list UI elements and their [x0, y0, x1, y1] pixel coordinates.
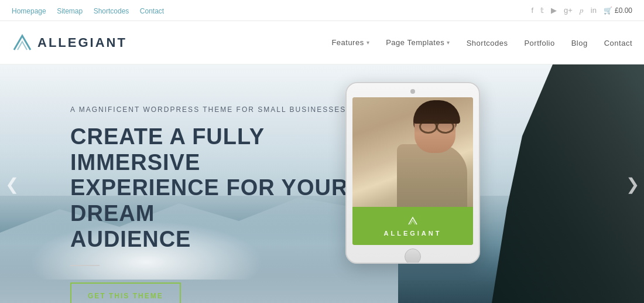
googleplus-icon[interactable]: g+	[564, 6, 573, 15]
tablet-home-button[interactable]	[405, 248, 421, 264]
top-bar: Homepage Sitemap Shortcodes Contact f 𝕥 …	[0, 0, 644, 21]
prev-slide-button[interactable]: ❮	[0, 64, 23, 303]
nav-contact[interactable]: Contact	[604, 39, 632, 47]
logo-text: ALLEGIANT	[37, 35, 127, 50]
next-slide-button[interactable]: ❯	[621, 64, 644, 303]
nav-portfolio[interactable]: Portfolio	[524, 39, 554, 47]
next-arrow-icon: ❯	[626, 174, 639, 193]
logo-icon	[12, 32, 33, 53]
cart-icon: 🛒	[604, 6, 612, 15]
nav-shortcodes[interactable]: Shortcodes	[467, 39, 508, 47]
pinterest-icon[interactable]: 𝑝	[580, 6, 584, 15]
cart-widget[interactable]: 🛒 £0.00	[604, 6, 632, 15]
tablet-glasses	[419, 120, 454, 132]
facebook-icon[interactable]: f	[531, 6, 533, 15]
top-bar-links: Homepage Sitemap Shortcodes Contact	[12, 5, 172, 16]
main-nav: ALLEGIANT Features Page Templates Shortc…	[0, 21, 644, 64]
hero-divider	[70, 265, 100, 266]
top-nav-shortcodes[interactable]: Shortcodes	[94, 7, 129, 15]
nav-features[interactable]: Features	[331, 38, 369, 47]
logo-link[interactable]: ALLEGIANT	[12, 32, 127, 53]
nav-blog[interactable]: Blog	[571, 39, 588, 47]
top-nav-sitemap[interactable]: Sitemap	[57, 7, 83, 15]
tablet-frame: ALLEGIANT	[345, 82, 480, 264]
hero-subtitle: A MAGNIFICENT WORDPRESS THEME FOR SMALL …	[70, 105, 351, 114]
linkedin-icon[interactable]: in	[591, 6, 597, 15]
hero-content: A MAGNIFICENT WORDPRESS THEME FOR SMALL …	[70, 105, 351, 303]
tablet-brand-icon	[407, 216, 418, 228]
nav-page-templates[interactable]: Page Templates	[386, 38, 450, 47]
twitter-icon[interactable]: 𝕥	[540, 6, 544, 15]
main-nav-links: Features Page Templates Shortcodes Portf…	[331, 38, 632, 48]
hero-section: ❮ A MAGNIFICENT WORDPRESS THEME FOR SMAL…	[0, 64, 644, 303]
tablet-camera	[410, 89, 415, 94]
tablet-brand-name: ALLEGIANT	[384, 230, 442, 237]
cart-amount: £0.00	[615, 6, 632, 15]
top-nav-homepage[interactable]: Homepage	[12, 7, 46, 15]
hero-tablet: ALLEGIANT	[345, 82, 480, 264]
youtube-icon[interactable]: ▶	[551, 6, 557, 15]
hero-cta-button[interactable]: GET THIS THEME	[70, 282, 181, 303]
top-bar-right: f 𝕥 ▶ g+ 𝑝 in 🛒 £0.00	[531, 6, 632, 15]
tablet-brand-bar: ALLEGIANT	[352, 207, 473, 245]
prev-arrow-icon: ❮	[5, 174, 19, 193]
tablet-screen: ALLEGIANT	[352, 97, 473, 245]
top-nav-contact[interactable]: Contact	[140, 7, 164, 15]
hero-title: CREATE A FULLY IMMERSIVEEXPERIENCE FOR Y…	[70, 124, 351, 252]
